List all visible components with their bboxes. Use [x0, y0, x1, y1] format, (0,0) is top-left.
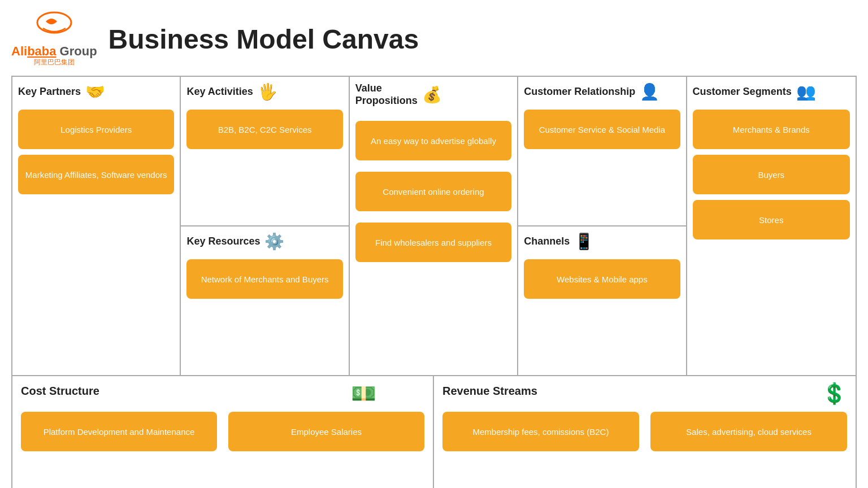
revenue-streams-title: Revenue Streams — [442, 385, 847, 398]
header: Alibaba Group 阿里巴巴集团 Business Model Canv… — [6, 6, 862, 73]
customer-rel-title: Customer Relationship — [524, 86, 635, 98]
customer-rel-header: Customer Relationship 👤 — [524, 82, 680, 101]
membership-card: Membership fees, comissions (B2C) — [442, 412, 639, 451]
advertise-card: An easy way to advertise globally — [355, 121, 511, 160]
activities-resources-cell: Key Activities 🖐️ B2B, B2C, C2C Services… — [181, 77, 349, 375]
channels-icon: 📱 — [574, 232, 594, 251]
value-prop-header: Value Propositions 💰 — [355, 82, 511, 107]
key-activities-title: Key Activities — [186, 86, 253, 98]
segments-icon: 👥 — [796, 82, 816, 101]
channels-section: Channels 📱 Websites & Mobile apps — [518, 226, 685, 375]
logo-baba: baba — [27, 44, 56, 58]
ordering-card: Convenient online ordering — [355, 172, 511, 211]
buyers-card: Buyers — [693, 155, 850, 194]
customer-segments-cell: Customer Segments 👥 Merchants & Brands B… — [687, 77, 856, 375]
revenue-icon: 💲 — [822, 382, 847, 406]
customer-relationship-section: Customer Relationship 👤 Customer Service… — [518, 77, 685, 226]
wholesalers-card: Find wholesalers and suppliers — [355, 223, 511, 262]
alibaba-logo-icon — [32, 11, 77, 45]
sales-card: Sales, advertising, cloud services — [650, 412, 847, 451]
business-model-canvas: Key Partners 🤝 Logistics Providers Marke… — [11, 76, 857, 488]
value-propositions-cell: Value Propositions 💰 An easy way to adve… — [350, 77, 518, 375]
marketing-card: Marketing Affiliates, Software vendors — [18, 155, 174, 194]
key-partners-cell: Key Partners 🤝 Logistics Providers Marke… — [12, 77, 181, 375]
value-title1: Value — [355, 82, 418, 95]
activities-icon: 🖐️ — [258, 82, 277, 101]
logo-group: Group — [56, 44, 97, 58]
key-activities-section: Key Activities 🖐️ B2B, B2C, C2C Services — [181, 77, 348, 226]
top-section: Key Partners 🤝 Logistics Providers Marke… — [12, 77, 856, 376]
cr-channels-cell: Customer Relationship 👤 Customer Service… — [518, 77, 687, 375]
cost-cards: Platform Development and Maintenance Emp… — [21, 406, 424, 457]
channels-header: Channels 📱 — [524, 232, 680, 251]
key-partners-title: Key Partners — [18, 86, 81, 98]
b2b-card: B2B, B2C, C2C Services — [186, 110, 342, 149]
network-card: Network of Merchants and Buyers — [186, 259, 342, 299]
logistics-card: Logistics Providers — [18, 110, 174, 149]
channels-title: Channels — [524, 236, 570, 248]
logo-text: Alibaba Group — [11, 45, 97, 58]
logo-chinese: 阿里巴巴集团 — [34, 58, 75, 67]
key-resources-title: Key Resources — [186, 236, 260, 248]
logo: Alibaba Group 阿里巴巴集团 — [11, 11, 97, 67]
revenue-cards: Membership fees, comissions (B2C) Sales,… — [442, 406, 847, 457]
cost-structure-cell: Cost Structure 💵 Platform Development an… — [12, 376, 434, 488]
resources-icon: ⚙️ — [264, 232, 284, 251]
revenue-streams-cell: Revenue Streams 💲 Membership fees, comis… — [434, 376, 856, 488]
cost-icon: 💵 — [351, 382, 376, 406]
employee-salaries-card: Employee Salaries — [228, 412, 424, 451]
logo-ali: Ali — [11, 44, 27, 58]
social-media-card: Customer Service & Social Media — [524, 110, 680, 149]
websites-card: Websites & Mobile apps — [524, 259, 680, 299]
key-activities-header: Key Activities 🖐️ — [186, 82, 342, 101]
stores-card: Stores — [693, 200, 850, 239]
customer-rel-icon: 👤 — [640, 82, 659, 101]
customer-segments-title: Customer Segments — [693, 86, 792, 98]
customer-segments-header: Customer Segments 👥 — [693, 82, 850, 101]
page-title: Business Model Canvas — [108, 24, 419, 55]
platform-card: Platform Development and Maintenance — [21, 412, 217, 451]
key-resources-header: Key Resources ⚙️ — [186, 232, 342, 251]
key-resources-section: Key Resources ⚙️ Network of Merchants an… — [181, 226, 348, 375]
value-title2: Propositions — [355, 95, 418, 107]
merchants-brands-card: Merchants & Brands — [693, 110, 850, 149]
bottom-section: Cost Structure 💵 Platform Development an… — [12, 376, 856, 488]
partners-icon: 🤝 — [85, 82, 105, 101]
key-partners-header: Key Partners 🤝 — [18, 82, 174, 101]
value-icon: 💰 — [422, 85, 442, 104]
